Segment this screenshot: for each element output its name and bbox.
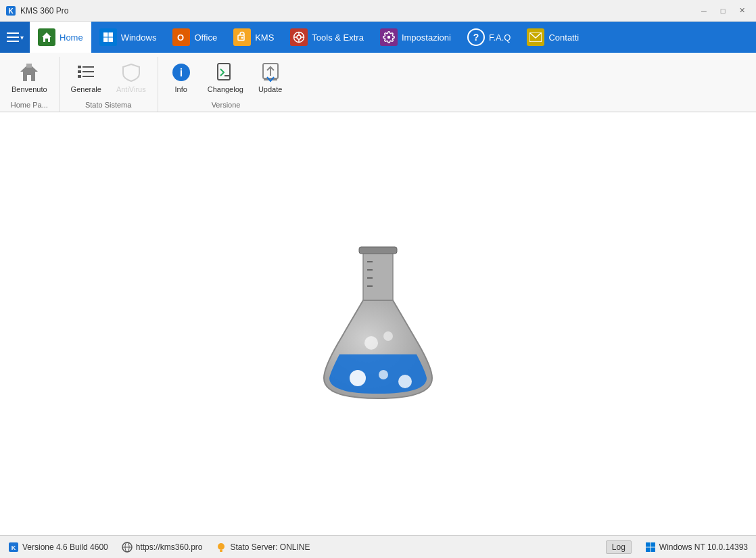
settings-icon — [383, 31, 395, 43]
ribbon-btn-antivirus[interactable]: AntiVirus — [110, 58, 152, 97]
upload-icon — [260, 62, 281, 83]
svg-rect-54 — [220, 550, 222, 552]
ribbon-btn-generale-label: Generale — [71, 85, 101, 94]
svg-rect-2 — [7, 32, 19, 34]
tools-icon — [293, 31, 305, 43]
window-title: KMS 360 Pro — [20, 6, 68, 16]
main-content — [0, 112, 756, 535]
app-status-icon: K — [8, 542, 19, 553]
impostazioni-icon-box — [380, 28, 398, 46]
svg-point-46 — [383, 331, 393, 341]
house-icon — [18, 62, 40, 83]
list-icon — [75, 62, 97, 83]
close-button[interactable]: ✕ — [733, 4, 751, 18]
server-status-text: Stato Server: ONLINE — [230, 542, 310, 552]
status-os: Windows NT 10.0.14393 — [645, 542, 748, 553]
windows-status-icon — [645, 542, 656, 553]
ribbon-group-stato-sistema: Generale AntiVirus Stato Sistema — [60, 57, 158, 112]
info-icon: i — [170, 62, 192, 83]
kms-icon — [236, 31, 248, 43]
ribbon-btn-generale[interactable]: Generale — [65, 58, 108, 97]
nav-tab-impostazioni[interactable]: Impostazioni — [372, 22, 459, 53]
ribbon-btn-update[interactable]: Update — [252, 58, 288, 97]
nav-tab-tools-label: Tools & Extra — [312, 32, 364, 43]
svg-point-53 — [218, 543, 225, 550]
maximize-button[interactable]: □ — [714, 4, 732, 18]
log-button[interactable]: Log — [606, 540, 632, 554]
svg-rect-28 — [82, 76, 94, 77]
svg-point-45 — [364, 336, 378, 350]
svg-rect-25 — [78, 70, 81, 73]
ribbon-group-home-page: Benvenuto Home Pa... — [0, 57, 60, 112]
svg-rect-56 — [651, 542, 655, 547]
app-icon: K — [5, 5, 16, 16]
svg-rect-7 — [108, 32, 113, 37]
nav-tab-impostazioni-label: Impostazioni — [402, 32, 451, 43]
ribbon-btn-info-label: Info — [175, 85, 187, 94]
status-bar: K Versione 4.6 Build 4600 https://kms360… — [0, 535, 756, 558]
office-icon-box: O — [172, 28, 190, 46]
svg-rect-26 — [82, 71, 94, 72]
minimize-button[interactable]: ─ — [695, 4, 713, 18]
svg-rect-8 — [103, 38, 108, 43]
nav-tab-home-label: Home — [60, 32, 83, 43]
svg-rect-4 — [7, 41, 19, 42]
svg-rect-57 — [646, 547, 651, 552]
svg-point-19 — [387, 36, 391, 39]
ribbon-btn-antivirus-label: AntiVirus — [116, 85, 146, 94]
nav-menu-button[interactable]: ▾ — [0, 22, 30, 53]
nav-tab-contatti-label: Contatti — [548, 32, 579, 43]
svg-point-14 — [297, 35, 301, 39]
svg-rect-3 — [7, 37, 19, 38]
status-server: Stato Server: ONLINE — [216, 542, 310, 553]
svg-point-12 — [241, 37, 243, 39]
windows-icon — [103, 32, 114, 43]
nav-tab-kms-label: KMS — [255, 32, 274, 43]
ribbon-group-stato-sistema-label: Stato Sistema — [65, 99, 152, 112]
faq-icon: ? — [473, 32, 479, 43]
svg-text:K: K — [8, 7, 14, 15]
flask-svg — [310, 236, 446, 412]
window-controls: ─ □ ✕ — [695, 4, 751, 18]
ribbon-btn-benvenuto-label: Benvenuto — [11, 85, 47, 94]
svg-rect-32 — [225, 75, 230, 76]
svg-point-42 — [350, 370, 366, 386]
ribbon-btn-changelog[interactable]: Changelog — [202, 58, 250, 97]
nav-tab-office-label: Office — [194, 32, 217, 43]
svg-point-44 — [398, 375, 412, 388]
nav-tab-tools[interactable]: Tools & Extra — [282, 22, 372, 53]
svg-rect-55 — [646, 542, 651, 547]
status-website: https://kms360.pro — [122, 542, 203, 553]
svg-text:K: K — [11, 544, 16, 551]
flask-illustration — [310, 236, 446, 412]
ribbon-btn-update-label: Update — [258, 85, 282, 94]
ribbon: Benvenuto Home Pa... Generale — [0, 53, 756, 112]
svg-rect-37 — [363, 250, 393, 304]
ribbon-btn-benvenuto[interactable]: Benvenuto — [5, 58, 53, 97]
nav-tab-faq[interactable]: ? F.A.Q — [459, 22, 519, 53]
nav-tab-contatti[interactable]: Contatti — [519, 22, 587, 53]
contatti-icon-box — [527, 28, 544, 46]
faq-icon-box: ? — [467, 28, 485, 46]
nav-tab-office[interactable]: O Office — [164, 22, 225, 53]
bulb-icon — [216, 542, 227, 553]
office-icon: O — [176, 32, 187, 43]
ribbon-group-versione: i Info Changelog — [158, 57, 294, 112]
ribbon-btn-info[interactable]: i Info — [164, 58, 199, 97]
svg-text:i: i — [179, 67, 182, 78]
nav-tab-kms[interactable]: KMS — [225, 22, 282, 53]
svg-text:O: O — [177, 32, 184, 43]
ribbon-group-home-page-label: Home Pa... — [5, 99, 53, 112]
globe-icon — [122, 542, 133, 553]
changelog-icon — [214, 62, 236, 83]
nav-tab-windows-label: Windows — [121, 32, 157, 43]
status-version: K Versione 4.6 Build 4600 — [8, 542, 108, 553]
main-nav: ▾ Home Windows O Office — [0, 22, 756, 53]
nav-tab-windows[interactable]: Windows — [91, 22, 165, 53]
svg-rect-58 — [651, 547, 655, 552]
nav-tab-faq-label: F.A.Q — [489, 32, 511, 43]
nav-tab-home[interactable]: Home — [30, 22, 91, 53]
svg-rect-47 — [359, 247, 397, 254]
ribbon-btn-changelog-label: Changelog — [208, 85, 243, 94]
menu-arrow: ▾ — [20, 34, 24, 41]
